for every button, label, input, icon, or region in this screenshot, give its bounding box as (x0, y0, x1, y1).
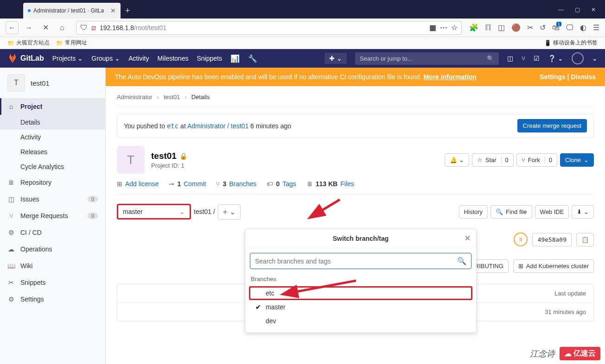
branch-option-etc[interactable]: etc (249, 286, 472, 300)
window-maximize[interactable]: ▢ (575, 6, 580, 13)
create-mr-button[interactable]: Create merge request (517, 119, 587, 132)
sidebar-icon[interactable]: ◫ (498, 23, 505, 32)
find-file-button[interactable]: 🔍 Find file (490, 205, 532, 219)
project-link[interactable]: Administrator / test01 (187, 122, 248, 130)
menu-icon[interactable]: ☰ (593, 23, 599, 32)
nav-milestones[interactable]: Milestones (158, 55, 189, 62)
wrench-icon[interactable]: 🔧 (248, 54, 257, 63)
commits-link[interactable]: ⊸1 Commit (169, 180, 206, 188)
pocket-icon[interactable]: 🛍1 (552, 24, 560, 32)
web-ide-button[interactable]: Web IDE (535, 205, 569, 219)
sidebar-item-issues[interactable]: ◫Issues0 (0, 191, 105, 207)
commit-hash[interactable]: 49e58a09 (532, 233, 572, 246)
dropdown-section-label: Branches (245, 274, 476, 284)
nav-groups[interactable]: Groups ⌄ (91, 55, 120, 62)
back-button[interactable]: ← (6, 21, 19, 34)
sidebar-sub-details[interactable]: Details (0, 115, 105, 130)
window-minimize[interactable]: — (558, 6, 564, 13)
breadcrumb-project[interactable]: test01 (164, 94, 180, 100)
todos-icon[interactable]: ☑ (534, 55, 540, 62)
bookmarks-bar: 📁 火狐官方站点 📁 常用网址 📱 移动设备上的书签 (0, 37, 605, 49)
bookmark-star-icon[interactable]: ☆ (451, 23, 458, 32)
download-button[interactable]: ⬇ ⌄ (572, 205, 594, 219)
extension-icon[interactable]: 🧩 (469, 23, 478, 32)
check-icon: ✔ (255, 303, 262, 311)
pipeline-pending-icon[interactable]: ⏸ (514, 232, 528, 246)
add-file-button[interactable]: + ⌄ (218, 204, 241, 220)
sidebar-project-header[interactable]: T test01 (0, 68, 105, 98)
container-icon[interactable]: 🖵 (566, 24, 573, 32)
bookmark-mobile[interactable]: 📱 移动设备上的书签 (544, 39, 598, 47)
sidebar-item-snippets[interactable]: ✂Snippets (0, 274, 105, 291)
add-kubernetes-button[interactable]: ⊞ Add Kubernetes cluster (513, 259, 594, 273)
branches-link[interactable]: ⑂3 Branches (216, 180, 256, 188)
history-button[interactable]: History (459, 205, 488, 219)
add-license-link[interactable]: ⊞Add license (117, 180, 159, 188)
notification-button[interactable]: 🔔 ⌄ (445, 153, 469, 167)
insecure-icon: ⧄ (91, 24, 96, 32)
sidebar-sub-releases[interactable]: Releases (0, 144, 105, 159)
issues-count: 0 (88, 196, 98, 202)
issues-icon[interactable]: ◫ (507, 55, 513, 62)
sidebar-item-merge-requests[interactable]: ⑂Merge Requests0 (0, 207, 105, 224)
clone-button[interactable]: Clone ⌄ (560, 153, 594, 167)
qr-icon[interactable]: ▦ (429, 23, 436, 32)
window-close[interactable]: ✕ (591, 6, 596, 13)
dropdown-title: Switch branch/tag ✕ (245, 229, 476, 248)
library-icon[interactable]: ℿ (485, 23, 491, 32)
tags-link[interactable]: 🏷0 Tags (267, 180, 296, 188)
banner-dismiss-link[interactable]: Dismiss (571, 73, 596, 81)
banner-settings-link[interactable]: Settings (540, 73, 565, 81)
sidebar-item-wiki[interactable]: 📖Wiki (0, 257, 105, 274)
sidebar-item-project[interactable]: ⌂ Project (0, 98, 105, 115)
branch-option-master[interactable]: ✔master (249, 300, 472, 314)
chart-icon[interactable]: 📊 (230, 54, 240, 63)
nav-projects[interactable]: Projects ⌄ (52, 55, 83, 62)
chevron-down-icon[interactable]: ⌄ (592, 55, 598, 62)
sidebar-item-operations[interactable]: ☁Operations (0, 241, 105, 257)
screenshot-icon[interactable]: ✂ (527, 23, 533, 32)
nav-activity[interactable]: Activity (128, 55, 149, 62)
branch-option-dev[interactable]: dev (249, 314, 472, 328)
sidebar-item-repository[interactable]: 🗎Repository (0, 174, 105, 191)
bookmark-firefox[interactable]: 📁 火狐官方站点 (7, 39, 50, 47)
pushed-branch[interactable]: etc (167, 122, 178, 130)
header-search[interactable]: Search or jump to... 🔍 (355, 52, 499, 65)
bookmark-common[interactable]: 📁 常用网址 (56, 39, 87, 47)
new-dropdown[interactable]: ✚ ⌄ (325, 53, 347, 64)
help-icon[interactable]: ❔ ⌄ (548, 55, 563, 62)
nav-snippets[interactable]: Snippets (197, 55, 222, 62)
home-button[interactable]: ⌂ (56, 21, 69, 34)
merge-requests-icon[interactable]: ⑂ (522, 55, 525, 62)
fork-button[interactable]: ⑂ Fork0 (516, 153, 557, 167)
tracking-shield-icon[interactable]: 🛡 (80, 24, 88, 32)
star-button[interactable]: ☆ Star0 (472, 153, 514, 167)
files-link[interactable]: 🗎113 KB Files (306, 180, 354, 188)
banner-more-link[interactable]: More information (423, 73, 476, 81)
dropdown-search[interactable]: 🔍 (250, 253, 471, 269)
banner-actions: Settings | Dismiss (540, 73, 596, 81)
tab-close-icon[interactable]: ✕ (110, 7, 116, 14)
account-avatar-icon[interactable]: 🟤 (511, 23, 521, 32)
forward-button[interactable]: → (22, 21, 35, 34)
sidebar-sub-activity[interactable]: Activity (0, 130, 105, 144)
overflow-icon[interactable]: ◐ (580, 23, 586, 32)
sidebar-item-settings[interactable]: ⚙Settings (0, 291, 105, 308)
user-avatar[interactable] (572, 52, 584, 64)
branch-search-input[interactable] (255, 257, 457, 265)
browser-toolbar: ← → ✕ ⌂ 🛡 ⧄ 192.168.1.8/root/test01 ▦ ⋯ … (0, 19, 605, 37)
file-breadcrumb[interactable]: test01 / (194, 208, 215, 215)
copy-hash-button[interactable]: 📋 (576, 233, 594, 246)
new-tab-button[interactable]: + (125, 6, 130, 16)
undo-icon[interactable]: ↺ (540, 23, 546, 32)
sidebar-sub-cycle[interactable]: Cycle Analytics (0, 159, 105, 174)
sidebar-item-cicd[interactable]: ⚙CI / CD (0, 224, 105, 241)
more-actions-icon[interactable]: ⋯ (440, 23, 447, 32)
close-icon[interactable]: ✕ (465, 234, 471, 243)
branch-select-dropdown[interactable]: master ⌄ (117, 204, 191, 220)
gitlab-logo[interactable]: GitLab (7, 53, 44, 63)
stop-button[interactable]: ✕ (39, 21, 52, 34)
breadcrumb-admin[interactable]: Administrator (117, 94, 153, 100)
browser-tab[interactable]: Administrator / test01 · GitLa ✕ (23, 3, 121, 19)
url-bar[interactable]: 🛡 ⧄ 192.168.1.8/root/test01 ▦ ⋯ ☆ (76, 21, 462, 35)
